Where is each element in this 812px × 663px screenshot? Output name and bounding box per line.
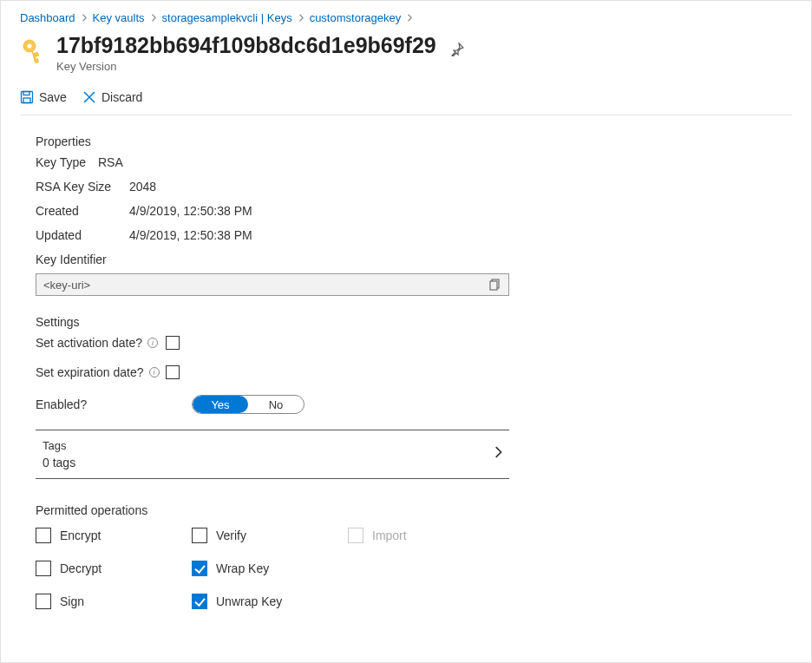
chevron-right-icon <box>494 446 502 458</box>
created-value: 4/9/2019, 12:50:38 PM <box>129 204 252 218</box>
chevron-right-icon <box>150 14 157 22</box>
sign-checkbox[interactable] <box>36 594 51 609</box>
rsa-size-label: RSA Key Size <box>36 180 129 194</box>
activation-checkbox[interactable] <box>166 336 180 350</box>
wrap-label: Wrap Key <box>216 561 269 575</box>
unwrap-label: Unwrap Key <box>216 594 282 608</box>
discard-label: Discard <box>102 90 142 104</box>
svg-rect-4 <box>23 98 30 103</box>
key-type-label: Key Type <box>36 155 98 169</box>
page-title: 17bf9182bb694f109b8dc6d1e9b69f29 <box>56 33 436 58</box>
enabled-yes[interactable]: Yes <box>193 396 248 413</box>
tags-label: Tags <box>43 439 75 452</box>
verify-label: Verify <box>216 528 246 542</box>
permitted-heading: Permitted operations <box>36 503 490 517</box>
expiration-label: Set expiration date? <box>36 365 144 379</box>
page-subtitle: Key Version <box>56 60 778 73</box>
svg-rect-3 <box>23 92 29 95</box>
sign-label: Sign <box>60 594 84 608</box>
import-label: Import <box>372 528 407 542</box>
save-icon <box>20 90 34 104</box>
verify-checkbox[interactable] <box>192 528 207 543</box>
identifier-label: Key Identifier <box>36 253 490 266</box>
updated-label: Updated <box>36 228 129 242</box>
identifier-field-wrap <box>36 273 509 296</box>
chevron-right-icon <box>406 14 413 22</box>
wrap-checkbox[interactable] <box>192 561 207 576</box>
enabled-toggle[interactable]: Yes No <box>192 395 304 414</box>
settings-heading: Settings <box>36 315 490 329</box>
info-icon[interactable]: i <box>147 338 158 348</box>
chevron-right-icon <box>81 14 88 22</box>
rsa-size-value: 2048 <box>129 180 156 194</box>
chevron-right-icon <box>298 14 304 22</box>
decrypt-label: Decrypt <box>60 561 102 575</box>
decrypt-checkbox[interactable] <box>36 561 51 576</box>
enabled-label: Enabled? <box>36 397 87 411</box>
enabled-no[interactable]: No <box>248 396 304 413</box>
import-checkbox <box>348 528 363 543</box>
discard-icon <box>82 90 96 104</box>
svg-rect-6 <box>490 281 497 290</box>
key-type-value: RSA <box>98 155 123 169</box>
created-label: Created <box>36 204 129 218</box>
info-icon[interactable]: i <box>149 367 160 377</box>
unwrap-checkbox[interactable] <box>192 594 207 609</box>
breadcrumb-item[interactable]: Dashboard <box>20 11 75 24</box>
close-icon[interactable] <box>778 33 792 47</box>
updated-value: 4/9/2019, 12:50:38 PM <box>129 228 252 242</box>
key-icon <box>20 38 48 66</box>
breadcrumb-item[interactable]: storagesamplekvcli | Keys <box>162 11 292 24</box>
activation-label: Set activation date? <box>36 336 142 350</box>
toolbar: Save Discard <box>20 90 792 115</box>
encrypt-checkbox[interactable] <box>36 528 51 543</box>
copy-icon[interactable] <box>489 279 501 291</box>
properties-heading: Properties <box>36 135 490 148</box>
tags-expander[interactable]: Tags 0 tags <box>36 430 509 479</box>
pin-icon[interactable] <box>450 43 464 56</box>
tags-count: 0 tags <box>43 456 75 469</box>
encrypt-label: Encrypt <box>60 528 101 542</box>
identifier-input[interactable] <box>43 279 489 292</box>
svg-point-1 <box>28 44 32 49</box>
save-label: Save <box>39 90 67 104</box>
breadcrumb-item[interactable]: Key vaults <box>93 11 145 24</box>
breadcrumb-item[interactable]: customstoragekey <box>310 11 402 24</box>
breadcrumb: Dashboard Key vaults storagesamplekvcli … <box>20 11 792 24</box>
save-button[interactable]: Save <box>20 90 67 104</box>
discard-button[interactable]: Discard <box>82 90 142 104</box>
expiration-checkbox[interactable] <box>166 365 180 379</box>
